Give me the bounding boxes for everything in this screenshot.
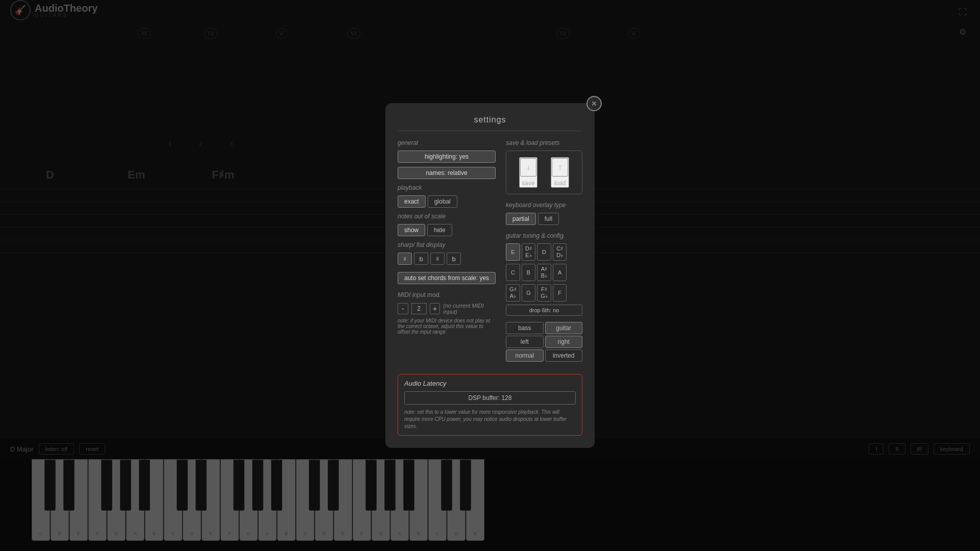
midi-label: MIDI input mod. — [398, 291, 496, 298]
instrument-type-group: bass guitar left right normal inverted — [506, 322, 582, 362]
highlighting-button[interactable]: highlighting: yes — [398, 151, 496, 163]
tune-Fsb-Gb[interactable]: F♯ G♭ — [537, 284, 551, 302]
tune-A[interactable]: A — [553, 264, 567, 281]
sharp-flat-group: ♯ b ♯ b — [398, 253, 496, 265]
inverted-button[interactable]: inverted — [545, 349, 582, 362]
save-icon: ↓ — [520, 158, 536, 177]
tune-E[interactable]: E — [506, 243, 520, 261]
right-button[interactable]: right — [545, 336, 582, 348]
bass-button[interactable]: bass — [506, 322, 543, 334]
audio-latency-title: Audio Latency — [404, 380, 576, 387]
overlay-type-group: partial full — [506, 213, 582, 225]
midi-hint: note: if your MIDI device does not play … — [398, 318, 496, 335]
save-preset-button[interactable]: ↓ save — [519, 157, 537, 188]
guitar-button[interactable]: guitar — [545, 322, 582, 334]
midi-value-input[interactable] — [411, 303, 427, 314]
hide-button[interactable]: hide — [427, 224, 452, 236]
right-column: save & load presets ↓ save ↑ load keyboa… — [506, 139, 582, 362]
modal-body: general highlighting: yes names: relativ… — [398, 139, 582, 436]
tune-D[interactable]: D — [537, 243, 551, 261]
settings-modal: ✕ settings general highlighting: yes nam… — [385, 103, 595, 448]
load-icon: ↑ — [552, 158, 568, 177]
flat-btn-1[interactable]: b — [414, 253, 428, 265]
tuning-row1-grid: E D♯ E♭ D C♯ D♭ — [506, 243, 582, 261]
presets-box: ↓ save ↑ load — [506, 151, 582, 194]
audio-latency-note: note: set this to a lower value for more… — [404, 409, 576, 430]
general-label: general — [398, 139, 496, 146]
show-button[interactable]: show — [398, 224, 425, 236]
left-button[interactable]: left — [506, 336, 543, 348]
midi-plus-button[interactable]: + — [430, 303, 440, 314]
tuning-row3-grid: G♯ A♭ G F♯ G♭ F — [506, 284, 582, 302]
tune-C[interactable]: C — [506, 264, 520, 281]
tune-Asb-Bb[interactable]: A♯ B♭ — [537, 264, 551, 281]
midi-minus-button[interactable]: - — [398, 303, 408, 314]
auto-chords-container: auto set chords from scale: yes — [398, 272, 496, 284]
tune-G[interactable]: G — [522, 284, 536, 302]
modal-close-button[interactable]: ✕ — [586, 96, 602, 111]
midi-group: - + (no current MIDI input) — [398, 303, 496, 315]
tune-F[interactable]: F — [553, 284, 567, 302]
playback-group: exact global — [398, 195, 496, 208]
auto-chords-button[interactable]: auto set chords from scale: yes — [398, 272, 496, 284]
modal-title: settings — [398, 115, 582, 131]
audio-latency-section: Audio Latency DSP buffer: 128 note: set … — [398, 374, 582, 436]
notes-label: notes out of scale — [398, 213, 496, 220]
global-button[interactable]: global — [428, 195, 457, 208]
names-group: names: relative — [398, 167, 496, 179]
tune-Dsb-Eb[interactable]: D♯ E♭ — [522, 243, 536, 261]
load-label: load — [554, 180, 566, 187]
midi-note-text: (no current MIDI input) — [443, 303, 496, 315]
partial-button[interactable]: partial — [506, 213, 536, 225]
guitar-type-container: bass guitar left right normal inverted — [506, 322, 582, 362]
sharp-btn-2[interactable]: ♯ — [430, 253, 445, 265]
tuning-row1: E D♯ E♭ D C♯ D♭ C B A♯ B♭ A G♯ A♭ G F♯ G… — [506, 243, 582, 302]
dsp-buffer-button[interactable]: DSP buffer: 128 — [404, 391, 576, 405]
full-button[interactable]: full — [538, 213, 559, 225]
drop6-button[interactable]: drop 6th: no — [506, 305, 582, 316]
names-button[interactable]: names: relative — [398, 167, 496, 179]
playback-label: playback — [398, 184, 496, 191]
guitar-tuning-label: guitar tuning & config. — [506, 232, 582, 239]
normal-button[interactable]: normal — [506, 349, 543, 362]
flat-btn-2[interactable]: b — [447, 253, 461, 265]
load-preset-button[interactable]: ↑ load — [551, 157, 569, 188]
tune-B[interactable]: B — [522, 264, 536, 281]
sharp-btn-1[interactable]: ♯ — [398, 253, 412, 265]
exact-button[interactable]: exact — [398, 195, 426, 208]
tuning-row2-grid: C B A♯ B♭ A — [506, 264, 582, 281]
tune-Gsb-Ab[interactable]: G♯ A♭ — [506, 284, 520, 302]
save-label: save — [522, 180, 534, 187]
notes-group: show hide — [398, 224, 496, 236]
sharp-flat-label: sharp/ flat display — [398, 241, 496, 248]
presets-label: save & load presets — [506, 139, 582, 146]
highlighting-group: highlighting: yes — [398, 151, 496, 163]
left-column: general highlighting: yes names: relativ… — [398, 139, 496, 362]
tune-Csb-Db[interactable]: C♯ D♭ — [553, 243, 567, 261]
keyboard-overlay-label: keyboard overlay type — [506, 202, 582, 209]
